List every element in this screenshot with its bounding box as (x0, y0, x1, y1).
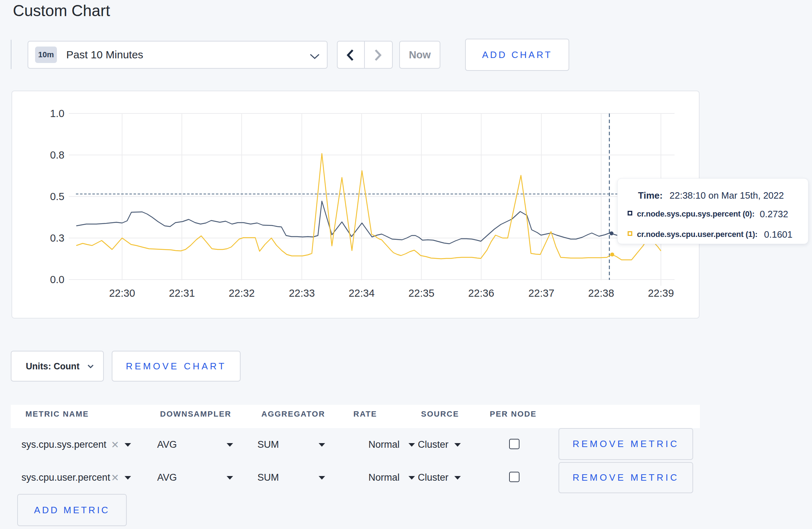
svg-text:0.8: 0.8 (50, 149, 64, 161)
svg-text:0.3: 0.3 (50, 232, 64, 244)
svg-text:22:30: 22:30 (109, 287, 135, 299)
svg-text:0.5: 0.5 (50, 191, 64, 202)
svg-text:0.0: 0.0 (50, 274, 64, 285)
svg-text:22:38: 22:38 (588, 287, 614, 299)
svg-text:22:39: 22:39 (648, 287, 674, 299)
svg-text:22:35: 22:35 (409, 287, 435, 299)
svg-text:22:37: 22:37 (528, 287, 555, 299)
svg-text:22:36: 22:36 (468, 287, 494, 299)
svg-text:22:34: 22:34 (349, 287, 375, 299)
svg-text:1.0: 1.0 (50, 108, 64, 119)
svg-text:22:32: 22:32 (229, 287, 255, 299)
svg-text:22:31: 22:31 (169, 287, 195, 299)
svg-text:22:33: 22:33 (289, 287, 315, 299)
